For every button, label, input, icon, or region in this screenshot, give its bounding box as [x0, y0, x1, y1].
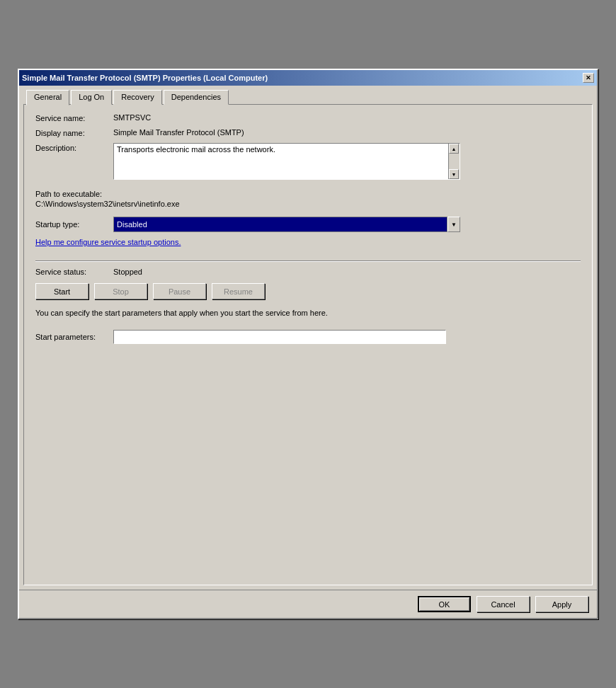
service-name-value: SMTPSVC	[113, 113, 151, 122]
startup-type-label: Startup type:	[35, 220, 113, 229]
path-section: Path to executable: C:\Windows\system32\…	[35, 190, 581, 208]
close-button[interactable]: ✕	[583, 73, 594, 83]
start-params-input[interactable]	[113, 330, 446, 344]
startup-select-display[interactable]: Disabled	[113, 217, 447, 232]
info-text: You can specify the start parameters tha…	[35, 308, 581, 319]
service-name-row: Service name: SMTPSVC	[35, 113, 581, 122]
title-bar-controls: ✕	[583, 73, 594, 83]
service-control-buttons: Start Stop Pause Resume	[35, 283, 581, 299]
path-label: Path to executable:	[35, 190, 581, 198]
description-label: Description:	[35, 143, 113, 152]
title-bar-text: Simple Mail Transfer Protocol (SMTP) Pro…	[22, 74, 268, 82]
pause-button[interactable]: Pause	[153, 283, 206, 299]
tab-bar: General Log On Recovery Dependencies	[23, 90, 593, 105]
tab-dependencies[interactable]: Dependencies	[164, 90, 229, 105]
description-row: Description: Transports electronic mail …	[35, 143, 581, 180]
bottom-bar: OK Cancel Apply	[19, 590, 597, 618]
scroll-up-button[interactable]: ▲	[449, 144, 459, 154]
start-button[interactable]: Start	[35, 283, 89, 299]
help-link-container: Help me configure service startup option…	[35, 238, 581, 253]
divider	[35, 260, 581, 262]
tab-content-general: Service name: SMTPSVC Display name: Simp…	[23, 104, 593, 585]
description-scrollbar: ▲ ▼	[448, 144, 460, 179]
main-window: Simple Mail Transfer Protocol (SMTP) Pro…	[18, 69, 598, 619]
display-name-row: Display name: Simple Mail Transfer Proto…	[35, 128, 581, 137]
window-title: Simple Mail Transfer Protocol (SMTP) Pro…	[22, 74, 268, 82]
service-status-label: Service status:	[35, 268, 113, 276]
service-name-label: Service name:	[35, 113, 113, 122]
start-params-label: Start parameters:	[35, 333, 113, 341]
apply-button[interactable]: Apply	[535, 596, 588, 612]
stop-button[interactable]: Stop	[94, 283, 147, 299]
description-textarea[interactable]: Transports electronic mail across the ne…	[114, 144, 448, 179]
resume-button[interactable]: Resume	[212, 283, 265, 299]
tab-logon[interactable]: Log On	[71, 90, 112, 105]
display-name-value: Simple Mail Transfer Protocol (SMTP)	[113, 128, 244, 137]
scroll-down-button[interactable]: ▼	[449, 169, 459, 179]
window-content: General Log On Recovery Dependencies Ser…	[19, 86, 597, 590]
startup-dropdown-arrow[interactable]: ▼	[447, 217, 460, 232]
description-container: Transports electronic mail across the ne…	[113, 143, 460, 180]
help-link[interactable]: Help me configure service startup option…	[35, 238, 181, 246]
tab-general[interactable]: General	[26, 90, 69, 105]
title-bar: Simple Mail Transfer Protocol (SMTP) Pro…	[19, 70, 597, 86]
display-name-label: Display name:	[35, 128, 113, 137]
service-status-value: Stopped	[113, 268, 142, 276]
ok-button[interactable]: OK	[418, 596, 471, 612]
start-params-row: Start parameters:	[35, 330, 581, 344]
path-value: C:\Windows\system32\inetsrv\inetinfo.exe	[35, 200, 581, 208]
startup-select-container: Disabled ▼	[113, 217, 460, 232]
cancel-button[interactable]: Cancel	[477, 596, 530, 612]
tab-recovery[interactable]: Recovery	[113, 90, 161, 105]
service-status-row: Service status: Stopped	[35, 268, 581, 276]
startup-type-row: Startup type: Disabled ▼	[35, 217, 581, 232]
